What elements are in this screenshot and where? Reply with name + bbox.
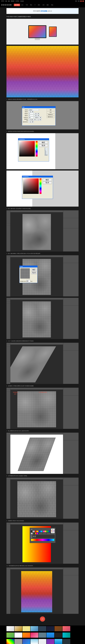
bit-select[interactable]: 8位 xyxy=(37,119,41,120)
thumb[interactable] xyxy=(15,626,22,631)
nav-item[interactable]: 设计教程 xyxy=(14,4,20,6)
thumb[interactable] xyxy=(46,632,54,638)
step9-screenshot: 预设 名称(N): 确定 取消 xyxy=(7,522,78,564)
bg-select[interactable]: 白色 xyxy=(29,121,34,123)
thumb[interactable] xyxy=(62,632,70,638)
topbar-link[interactable]: 教程 xyxy=(8,0,10,2)
grad-name-input[interactable] xyxy=(33,535,55,538)
bb-input[interactable] xyxy=(45,154,48,154)
ok-button[interactable]: 确定 xyxy=(47,109,55,111)
tablet-mockup xyxy=(49,26,57,37)
thumb[interactable] xyxy=(54,632,62,638)
notification-icon[interactable] xyxy=(80,0,82,2)
r-input[interactable] xyxy=(45,151,48,152)
ok-button[interactable]: 确定 xyxy=(43,178,52,181)
thumb[interactable] xyxy=(39,632,46,638)
step-text: 10、将渐变图层混合模式改为叠加/颜色,完成三角彩色背景。 xyxy=(7,565,78,566)
preset-select[interactable]: 自定 xyxy=(29,111,34,112)
thumb[interactable] xyxy=(7,639,14,644)
thumb[interactable] xyxy=(31,632,38,638)
gradient-bar[interactable] xyxy=(31,539,54,541)
thumb[interactable] xyxy=(54,626,62,631)
nav-item[interactable]: 摄影 xyxy=(46,4,50,6)
nav-item[interactable]: 插画 xyxy=(37,4,41,6)
step4-screenshot: 马赛克 确定 取消 单元格大小(C): 方形 xyxy=(7,255,78,296)
res-input[interactable] xyxy=(29,117,34,118)
hex-input[interactable] xyxy=(45,154,48,156)
hue-slider[interactable] xyxy=(40,178,41,194)
step7-screenshot xyxy=(7,433,78,474)
thumb[interactable] xyxy=(23,632,30,638)
site-logo[interactable]: DOOOOR xyxy=(1,4,12,6)
ok-button[interactable]: 确定 xyxy=(39,141,48,144)
ok-button[interactable]: 确定 xyxy=(31,268,37,271)
mode-select[interactable]: RGB 颜色 xyxy=(29,119,36,120)
topbar-link[interactable]: [weibo] xyxy=(1,0,4,2)
step-text: 2、将背景色与前景色分别设置为黑白色或对比较大的灰度色。 xyxy=(7,131,78,132)
thumb[interactable] xyxy=(7,632,14,638)
topbar-link[interactable]: 专题 xyxy=(5,0,7,2)
thumb[interactable] xyxy=(46,626,54,631)
thumb[interactable] xyxy=(62,626,70,631)
step4b-screenshot xyxy=(7,298,78,339)
cancel-button[interactable]: 取消 xyxy=(31,272,37,274)
thumb[interactable] xyxy=(23,626,30,631)
g-input[interactable] xyxy=(45,152,48,153)
thumb[interactable] xyxy=(15,632,22,638)
ad-banner[interactable]: 2016 独家营, 实时站搭建 .com/.cn xyxy=(7,8,78,14)
save-preset-button[interactable]: 存储预设(S)... xyxy=(47,114,55,116)
step-text: 3、执行 滤镜>渲染>云彩,效果如下方的灰白色云彩图。 xyxy=(7,208,78,209)
step2-screenshot: 拾色器(前景色) 确定 取消 H: S: B: R: G: B: # xyxy=(7,133,78,169)
cancel-button[interactable]: 取消 xyxy=(51,531,55,533)
nav-item[interactable]: UI xyxy=(33,4,37,6)
unit-select[interactable]: 像素/英寸 xyxy=(34,117,41,118)
unit-select[interactable]: 厘米 xyxy=(34,115,39,116)
thumb[interactable] xyxy=(39,639,46,644)
register-link[interactable]: 注册 xyxy=(78,0,79,2)
cancel-button[interactable]: 取消 xyxy=(43,181,52,184)
h-input[interactable] xyxy=(45,148,48,149)
topbar-link[interactable]: 行业动态 xyxy=(20,0,24,2)
nav-item[interactable]: 网页 xyxy=(29,4,33,6)
hue-slider[interactable] xyxy=(36,141,38,156)
login-link[interactable]: 登录 xyxy=(75,0,77,2)
thumb[interactable] xyxy=(31,626,38,631)
thumb[interactable] xyxy=(7,626,14,631)
related-thumbnails xyxy=(0,626,85,632)
mosaic-preview xyxy=(20,268,30,278)
unit-select[interactable]: 厘米 xyxy=(34,113,39,114)
b-input[interactable] xyxy=(45,150,48,151)
delete-preset-button[interactable]: 删除预设(D)... xyxy=(47,116,55,118)
color-field[interactable] xyxy=(19,141,35,156)
thumb[interactable] xyxy=(39,626,46,631)
s-input[interactable] xyxy=(45,149,48,150)
step-text: 4、执行 滤镜>像素化>马赛克,设置单元格大小约为40,得到方形马赛克效果。 xyxy=(7,253,78,254)
thumb[interactable] xyxy=(31,639,38,644)
topbar-link[interactable]: 素材图库 xyxy=(11,0,15,2)
canvas-clouds xyxy=(23,214,51,250)
step3-screenshot xyxy=(7,210,78,252)
nav-item[interactable]: 其他 xyxy=(50,4,54,6)
ok-button[interactable]: 确定 xyxy=(51,528,55,531)
share-button[interactable]: 分享 xyxy=(40,616,45,622)
nav-item[interactable]: 首页 xyxy=(20,4,24,6)
thumb[interactable] xyxy=(15,639,22,644)
thumb[interactable] xyxy=(62,639,70,644)
cell-input[interactable] xyxy=(26,280,30,282)
thumb[interactable] xyxy=(54,639,62,644)
user-icon[interactable] xyxy=(82,0,84,2)
cancel-button[interactable]: 取消 xyxy=(47,111,55,113)
cancel-button[interactable]: 取消 xyxy=(39,144,48,147)
thumb[interactable] xyxy=(23,639,30,644)
nav-item[interactable]: 平面 xyxy=(25,4,29,6)
color-field[interactable] xyxy=(23,178,39,194)
thumb[interactable] xyxy=(46,639,54,644)
height-input[interactable] xyxy=(29,115,34,116)
gradient-presets[interactable] xyxy=(31,530,54,534)
width-input[interactable] xyxy=(29,113,34,114)
nav-item[interactable]: 三维 xyxy=(41,4,45,6)
name-input[interactable] xyxy=(29,109,39,111)
banner-highlight: 实时站搭建 xyxy=(41,10,47,12)
top-bar: [weibo] 专题 教程 素材图库 设计理论 行业动态 登录 注册 xyxy=(0,0,85,2)
topbar-link[interactable]: 设计理论 xyxy=(16,0,19,2)
